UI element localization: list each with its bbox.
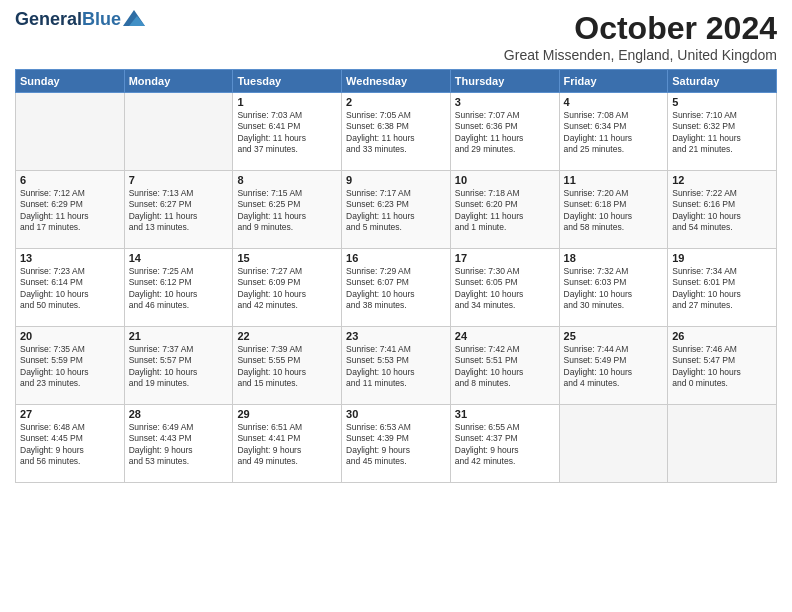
cell-text: Sunrise: 6:55 AM Sunset: 4:37 PM Dayligh… [455, 422, 555, 468]
weekday-header-friday: Friday [559, 70, 668, 93]
title-area: October 2024 Great Missenden, England, U… [504, 10, 777, 63]
day-number: 13 [20, 252, 120, 264]
day-number: 1 [237, 96, 337, 108]
day-number: 19 [672, 252, 772, 264]
calendar-cell: 26Sunrise: 7:46 AM Sunset: 5:47 PM Dayli… [668, 327, 777, 405]
calendar-cell: 24Sunrise: 7:42 AM Sunset: 5:51 PM Dayli… [450, 327, 559, 405]
logo-text: GeneralBlue [15, 10, 121, 30]
calendar-week-3: 13Sunrise: 7:23 AM Sunset: 6:14 PM Dayli… [16, 249, 777, 327]
calendar-cell: 9Sunrise: 7:17 AM Sunset: 6:23 PM Daylig… [342, 171, 451, 249]
day-number: 16 [346, 252, 446, 264]
weekday-header-wednesday: Wednesday [342, 70, 451, 93]
day-number: 20 [20, 330, 120, 342]
cell-text: Sunrise: 7:08 AM Sunset: 6:34 PM Dayligh… [564, 110, 664, 156]
day-number: 5 [672, 96, 772, 108]
day-number: 9 [346, 174, 446, 186]
weekday-header-saturday: Saturday [668, 70, 777, 93]
cell-text: Sunrise: 7:32 AM Sunset: 6:03 PM Dayligh… [564, 266, 664, 312]
calendar-cell: 5Sunrise: 7:10 AM Sunset: 6:32 PM Daylig… [668, 93, 777, 171]
calendar-cell: 20Sunrise: 7:35 AM Sunset: 5:59 PM Dayli… [16, 327, 125, 405]
calendar-cell [124, 93, 233, 171]
calendar-cell: 21Sunrise: 7:37 AM Sunset: 5:57 PM Dayli… [124, 327, 233, 405]
calendar-week-4: 20Sunrise: 7:35 AM Sunset: 5:59 PM Dayli… [16, 327, 777, 405]
cell-text: Sunrise: 7:30 AM Sunset: 6:05 PM Dayligh… [455, 266, 555, 312]
cell-text: Sunrise: 7:25 AM Sunset: 6:12 PM Dayligh… [129, 266, 229, 312]
day-number: 14 [129, 252, 229, 264]
day-number: 28 [129, 408, 229, 420]
day-number: 30 [346, 408, 446, 420]
day-number: 12 [672, 174, 772, 186]
calendar-cell [16, 93, 125, 171]
weekday-header-tuesday: Tuesday [233, 70, 342, 93]
cell-text: Sunrise: 7:44 AM Sunset: 5:49 PM Dayligh… [564, 344, 664, 390]
cell-text: Sunrise: 7:27 AM Sunset: 6:09 PM Dayligh… [237, 266, 337, 312]
cell-text: Sunrise: 6:49 AM Sunset: 4:43 PM Dayligh… [129, 422, 229, 468]
day-number: 22 [237, 330, 337, 342]
weekday-header-thursday: Thursday [450, 70, 559, 93]
day-number: 2 [346, 96, 446, 108]
calendar-cell: 6Sunrise: 7:12 AM Sunset: 6:29 PM Daylig… [16, 171, 125, 249]
calendar-cell: 19Sunrise: 7:34 AM Sunset: 6:01 PM Dayli… [668, 249, 777, 327]
calendar-cell: 28Sunrise: 6:49 AM Sunset: 4:43 PM Dayli… [124, 405, 233, 483]
cell-text: Sunrise: 7:10 AM Sunset: 6:32 PM Dayligh… [672, 110, 772, 156]
calendar-week-5: 27Sunrise: 6:48 AM Sunset: 4:45 PM Dayli… [16, 405, 777, 483]
cell-text: Sunrise: 7:18 AM Sunset: 6:20 PM Dayligh… [455, 188, 555, 234]
calendar-cell: 10Sunrise: 7:18 AM Sunset: 6:20 PM Dayli… [450, 171, 559, 249]
day-number: 25 [564, 330, 664, 342]
calendar-cell: 15Sunrise: 7:27 AM Sunset: 6:09 PM Dayli… [233, 249, 342, 327]
month-title: October 2024 [504, 10, 777, 47]
cell-text: Sunrise: 7:35 AM Sunset: 5:59 PM Dayligh… [20, 344, 120, 390]
cell-text: Sunrise: 7:39 AM Sunset: 5:55 PM Dayligh… [237, 344, 337, 390]
cell-text: Sunrise: 7:20 AM Sunset: 6:18 PM Dayligh… [564, 188, 664, 234]
cell-text: Sunrise: 7:15 AM Sunset: 6:25 PM Dayligh… [237, 188, 337, 234]
calendar-cell: 11Sunrise: 7:20 AM Sunset: 6:18 PM Dayli… [559, 171, 668, 249]
calendar-cell: 4Sunrise: 7:08 AM Sunset: 6:34 PM Daylig… [559, 93, 668, 171]
calendar-cell: 16Sunrise: 7:29 AM Sunset: 6:07 PM Dayli… [342, 249, 451, 327]
cell-text: Sunrise: 7:13 AM Sunset: 6:27 PM Dayligh… [129, 188, 229, 234]
calendar-cell: 2Sunrise: 7:05 AM Sunset: 6:38 PM Daylig… [342, 93, 451, 171]
calendar-cell: 3Sunrise: 7:07 AM Sunset: 6:36 PM Daylig… [450, 93, 559, 171]
weekday-header-monday: Monday [124, 70, 233, 93]
cell-text: Sunrise: 7:05 AM Sunset: 6:38 PM Dayligh… [346, 110, 446, 156]
calendar-cell: 18Sunrise: 7:32 AM Sunset: 6:03 PM Dayli… [559, 249, 668, 327]
cell-text: Sunrise: 7:03 AM Sunset: 6:41 PM Dayligh… [237, 110, 337, 156]
day-number: 31 [455, 408, 555, 420]
calendar-cell: 17Sunrise: 7:30 AM Sunset: 6:05 PM Dayli… [450, 249, 559, 327]
day-number: 29 [237, 408, 337, 420]
calendar-cell: 12Sunrise: 7:22 AM Sunset: 6:16 PM Dayli… [668, 171, 777, 249]
cell-text: Sunrise: 6:51 AM Sunset: 4:41 PM Dayligh… [237, 422, 337, 468]
day-number: 6 [20, 174, 120, 186]
cell-text: Sunrise: 7:07 AM Sunset: 6:36 PM Dayligh… [455, 110, 555, 156]
day-number: 8 [237, 174, 337, 186]
calendar-cell: 27Sunrise: 6:48 AM Sunset: 4:45 PM Dayli… [16, 405, 125, 483]
cell-text: Sunrise: 7:46 AM Sunset: 5:47 PM Dayligh… [672, 344, 772, 390]
day-number: 23 [346, 330, 446, 342]
calendar-cell: 14Sunrise: 7:25 AM Sunset: 6:12 PM Dayli… [124, 249, 233, 327]
calendar-cell: 1Sunrise: 7:03 AM Sunset: 6:41 PM Daylig… [233, 93, 342, 171]
calendar-cell: 23Sunrise: 7:41 AM Sunset: 5:53 PM Dayli… [342, 327, 451, 405]
day-number: 11 [564, 174, 664, 186]
weekday-header-row: SundayMondayTuesdayWednesdayThursdayFrid… [16, 70, 777, 93]
cell-text: Sunrise: 7:23 AM Sunset: 6:14 PM Dayligh… [20, 266, 120, 312]
cell-text: Sunrise: 7:17 AM Sunset: 6:23 PM Dayligh… [346, 188, 446, 234]
cell-text: Sunrise: 7:41 AM Sunset: 5:53 PM Dayligh… [346, 344, 446, 390]
header-area: GeneralBlue October 2024 Great Missenden… [15, 10, 777, 63]
calendar-cell: 7Sunrise: 7:13 AM Sunset: 6:27 PM Daylig… [124, 171, 233, 249]
calendar-cell [559, 405, 668, 483]
calendar-cell [668, 405, 777, 483]
day-number: 15 [237, 252, 337, 264]
day-number: 26 [672, 330, 772, 342]
logo-icon [123, 10, 145, 26]
calendar-cell: 25Sunrise: 7:44 AM Sunset: 5:49 PM Dayli… [559, 327, 668, 405]
cell-text: Sunrise: 7:22 AM Sunset: 6:16 PM Dayligh… [672, 188, 772, 234]
day-number: 4 [564, 96, 664, 108]
calendar-cell: 30Sunrise: 6:53 AM Sunset: 4:39 PM Dayli… [342, 405, 451, 483]
day-number: 10 [455, 174, 555, 186]
cell-text: Sunrise: 7:42 AM Sunset: 5:51 PM Dayligh… [455, 344, 555, 390]
calendar-week-2: 6Sunrise: 7:12 AM Sunset: 6:29 PM Daylig… [16, 171, 777, 249]
calendar-cell: 13Sunrise: 7:23 AM Sunset: 6:14 PM Dayli… [16, 249, 125, 327]
cell-text: Sunrise: 7:12 AM Sunset: 6:29 PM Dayligh… [20, 188, 120, 234]
calendar-table: SundayMondayTuesdayWednesdayThursdayFrid… [15, 69, 777, 483]
cell-text: Sunrise: 6:48 AM Sunset: 4:45 PM Dayligh… [20, 422, 120, 468]
calendar-week-1: 1Sunrise: 7:03 AM Sunset: 6:41 PM Daylig… [16, 93, 777, 171]
